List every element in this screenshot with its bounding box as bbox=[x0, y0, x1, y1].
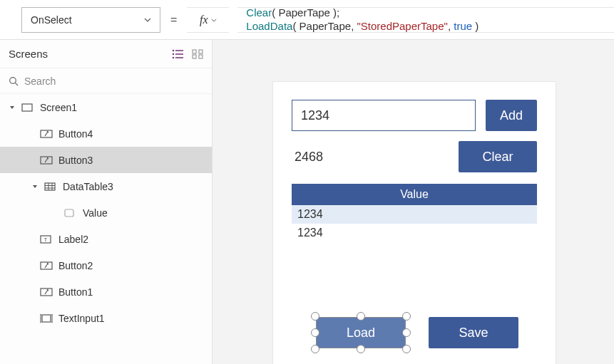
table-header: Value bbox=[292, 184, 537, 205]
sum-label: 2468 bbox=[292, 150, 323, 165]
formula-input[interactable]: Clear( PaperTape );LoadData( PaperTape, … bbox=[237, 7, 614, 33]
canvas-area: Add 2468 Clear Value 12341234 Load bbox=[213, 40, 614, 364]
tree-label: Button1 bbox=[58, 286, 93, 298]
tree-label: Value bbox=[83, 207, 108, 219]
svg-rect-20 bbox=[65, 209, 73, 217]
load-button[interactable]: Load bbox=[316, 317, 406, 348]
svg-point-4 bbox=[173, 53, 175, 55]
tree-label: DataTable3 bbox=[63, 181, 113, 192]
tree-item[interactable]: Button4 bbox=[0, 120, 212, 147]
button-icon bbox=[40, 155, 53, 165]
tree-panel: Screens bbox=[0, 40, 213, 364]
tree-item[interactable]: Value bbox=[0, 199, 212, 226]
property-name: OnSelect bbox=[31, 14, 72, 26]
svg-rect-25 bbox=[42, 315, 51, 322]
svg-point-10 bbox=[10, 77, 16, 83]
chevron-down-icon bbox=[211, 19, 217, 22]
screen-icon bbox=[21, 103, 34, 113]
svg-line-11 bbox=[15, 83, 18, 85]
svg-rect-7 bbox=[199, 50, 203, 53]
add-button[interactable]: Add bbox=[486, 100, 537, 131]
button-icon bbox=[40, 287, 53, 297]
save-button[interactable]: Save bbox=[429, 317, 518, 348]
data-table[interactable]: Value 12341234 bbox=[292, 184, 537, 242]
selected-control[interactable]: Load bbox=[316, 317, 406, 348]
property-selector[interactable]: OnSelect bbox=[21, 7, 160, 33]
table-row[interactable]: 1234 bbox=[292, 205, 537, 224]
svg-rect-12 bbox=[22, 104, 32, 111]
chevron-down-icon bbox=[144, 18, 151, 22]
tree-label: Label2 bbox=[58, 234, 88, 245]
datatable-icon bbox=[44, 182, 57, 192]
tree-item[interactable]: TLabel2 bbox=[0, 226, 212, 252]
svg-rect-6 bbox=[193, 50, 196, 53]
tree-label: Button2 bbox=[58, 260, 93, 271]
search-input[interactable] bbox=[24, 76, 203, 87]
tree: Screen1Button4Button3DataTable3ValueTLab… bbox=[0, 94, 212, 331]
table-row[interactable]: 1234 bbox=[292, 224, 537, 242]
tree-item-screen[interactable]: Screen1 bbox=[0, 94, 212, 120]
svg-rect-9 bbox=[199, 55, 203, 58]
equals-label: = bbox=[169, 7, 178, 32]
number-input[interactable] bbox=[292, 100, 476, 131]
button-icon bbox=[40, 129, 53, 139]
search-icon bbox=[9, 76, 19, 86]
tree-item[interactable]: TextInput1 bbox=[0, 305, 212, 331]
tree-item[interactable]: DataTable3 bbox=[0, 173, 212, 199]
panel-title: Screens bbox=[9, 48, 48, 60]
tree-label: Screen1 bbox=[40, 102, 77, 113]
fx-icon: fx bbox=[200, 14, 208, 26]
tree-item[interactable]: Button1 bbox=[0, 279, 212, 305]
svg-rect-8 bbox=[193, 55, 196, 58]
list-view-icon[interactable] bbox=[172, 49, 185, 59]
panel-view-icons bbox=[172, 49, 203, 59]
svg-text:T: T bbox=[44, 236, 48, 243]
tree-item[interactable]: Button3 bbox=[0, 147, 212, 173]
svg-rect-15 bbox=[45, 183, 55, 190]
tree-label: Button3 bbox=[58, 155, 93, 166]
svg-point-3 bbox=[173, 49, 175, 51]
app-preview: Add 2468 Clear Value 12341234 Load bbox=[273, 82, 556, 364]
textinput-icon bbox=[40, 313, 53, 323]
tree-label: Button4 bbox=[58, 128, 93, 140]
clear-button[interactable]: Clear bbox=[459, 141, 537, 172]
svg-point-5 bbox=[173, 56, 175, 58]
tree-item[interactable]: Button2 bbox=[0, 252, 212, 279]
button-icon bbox=[40, 261, 53, 271]
column-icon bbox=[64, 208, 77, 218]
formula-bar: OnSelect = fx Clear( PaperTape );LoadDat… bbox=[0, 0, 614, 40]
label-icon: T bbox=[40, 234, 53, 244]
grid-view-icon[interactable] bbox=[192, 49, 203, 59]
tree-label: TextInput1 bbox=[58, 313, 105, 324]
fx-toggle[interactable]: fx bbox=[187, 7, 229, 33]
